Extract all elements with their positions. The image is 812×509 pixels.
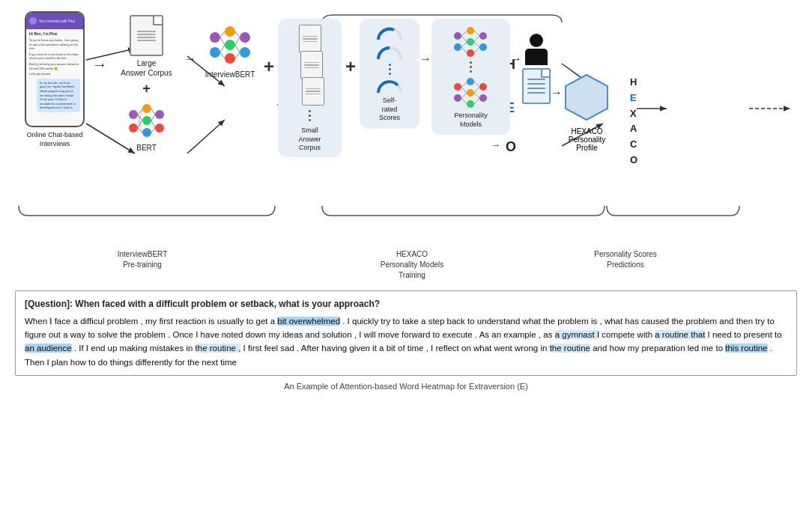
text-1: face a difficul problem , my first react…: [52, 317, 277, 326]
svg-marker-78: [566, 75, 608, 120]
output-doc-icon: [522, 68, 551, 104]
interviewbert-icon: [207, 22, 252, 67]
hexaco-training-group: Small Answer Corpus: [278, 15, 342, 157]
gauge-3: [375, 78, 404, 94]
svg-point-17: [129, 124, 138, 132]
svg-point-54: [479, 43, 487, 51]
svg-line-70: [461, 82, 467, 87]
svg-line-29: [151, 121, 155, 128]
svg-point-19: [142, 116, 151, 125]
small-doc-2: [300, 51, 323, 79]
dots-2: [389, 64, 391, 75]
diagram-section: → H → O E Your Interview with Phai Hi Be…: [11, 7, 801, 284]
svg-line-61: [474, 42, 479, 47]
text-audience: an audience: [25, 344, 72, 353]
large-corpus-label: Large Answer Corpus: [121, 58, 172, 78]
svg-point-68: [479, 83, 487, 91]
svg-point-49: [454, 43, 461, 51]
bracket-label-middle: HEXACO Personality Models Training: [273, 249, 551, 281]
arrow-1: →: [92, 56, 107, 73]
arrow-4: →: [510, 52, 522, 66]
svg-line-43: [220, 52, 225, 58]
text-6: I first feel sad . After having given it…: [240, 344, 549, 353]
svg-line-44: [235, 31, 240, 37]
svg-point-33: [210, 32, 220, 43]
large-corpus-icon: [130, 15, 163, 56]
arrow-3: →: [419, 52, 431, 66]
text-3: compete with: [599, 330, 655, 339]
interviewbert-area: InterviewBERT: [200, 22, 260, 79]
hexaco-area: H E X A C O HEXACO Personality Profile: [563, 71, 611, 152]
svg-point-16: [129, 110, 138, 119]
bert-neural-net-icon: [126, 100, 167, 141]
heatmap-answer: When I face a difficul problem , my firs…: [25, 314, 787, 370]
plus-sign-1: +: [142, 81, 151, 97]
svg-point-53: [479, 32, 487, 40]
dots-1: [309, 110, 311, 121]
text-bit-overwhelmed: bit overwhelmed: [277, 317, 340, 326]
svg-point-18: [142, 104, 151, 113]
svg-point-35: [225, 26, 235, 37]
small-corpus-label: Small Answer Corpus: [299, 127, 321, 153]
plus-sign-2: +: [264, 56, 274, 77]
svg-line-28: [151, 115, 155, 121]
hexaco-letters: H E X A C O: [630, 75, 637, 168]
svg-line-46: [235, 45, 240, 52]
svg-line-27: [151, 109, 155, 115]
small-doc-1: [299, 25, 321, 53]
phone-header: Your Interview with Phai: [26, 13, 83, 29]
arrow-2: →: [184, 52, 196, 66]
heatmap-question: [Question]: When faced with a difficult …: [25, 297, 787, 311]
svg-point-63: [454, 83, 461, 91]
phone-bubble-response: In my last job, my boss gave me regular …: [37, 79, 80, 112]
svg-point-52: [467, 49, 474, 57]
svg-point-22: [155, 124, 164, 132]
svg-point-38: [240, 32, 250, 43]
svg-line-57: [461, 42, 467, 47]
svg-line-60: [474, 36, 479, 42]
person-icon: [525, 34, 548, 65]
plus-sign-3: +: [345, 56, 356, 77]
text-gymnast: a gymnast I: [555, 330, 599, 339]
text-4: I need to present to: [705, 330, 781, 339]
svg-line-62: [474, 47, 479, 53]
phone-content: Hi Ben, I'm Phai To get to know you bett…: [26, 29, 83, 116]
dots-3: [470, 61, 472, 73]
svg-line-56: [461, 36, 467, 42]
bert-area: BERT: [126, 100, 167, 153]
text-5: . If I end up making mistakes in: [72, 344, 196, 353]
svg-line-75: [474, 87, 479, 93]
svg-line-40: [220, 31, 225, 37]
svg-point-69: [479, 94, 487, 102]
large-corpus-bert-area: Large Answer Corpus +: [111, 15, 182, 153]
phone-mockup: Your Interview with Phai Hi Ben, I'm Pha…: [25, 11, 85, 127]
phone-label: Online Chat-based Interviews: [26, 131, 82, 148]
scores-inner: Self- rated Scores: [360, 19, 419, 129]
svg-point-37: [225, 53, 235, 64]
bracket-labels-row: InterviewBERT Pre-training HEXACO Person…: [11, 249, 801, 281]
text-the-routine-1: the routine ,: [196, 344, 241, 353]
svg-point-20: [142, 128, 151, 137]
personality-o-icon: [450, 76, 491, 109]
svg-line-47: [235, 52, 240, 58]
scores-area: Self- rated Scores: [360, 15, 419, 129]
arrow-5: →: [551, 86, 563, 100]
personality-models-area: Personality Models: [431, 15, 510, 135]
svg-line-77: [474, 98, 479, 104]
bert-label: BERT: [136, 143, 157, 153]
hexaco-label: HEXACO Personality Profile: [569, 127, 605, 152]
svg-point-65: [467, 78, 474, 85]
svg-point-48: [454, 32, 461, 40]
svg-line-45: [235, 37, 240, 45]
svg-line-30: [151, 128, 155, 132]
heatmap-section: [Question]: When faced with a difficult …: [11, 284, 801, 502]
text-the-routine-2: the routine: [550, 344, 590, 353]
self-rated-label: Self- rated Scores: [379, 97, 400, 123]
svg-point-64: [454, 94, 461, 102]
personality-inner: Personality Models: [431, 19, 510, 135]
svg-point-67: [467, 100, 474, 108]
svg-line-72: [461, 93, 467, 98]
svg-line-74: [474, 82, 479, 87]
svg-point-66: [467, 89, 474, 97]
text-7: and how my preparation led me to: [590, 344, 725, 353]
